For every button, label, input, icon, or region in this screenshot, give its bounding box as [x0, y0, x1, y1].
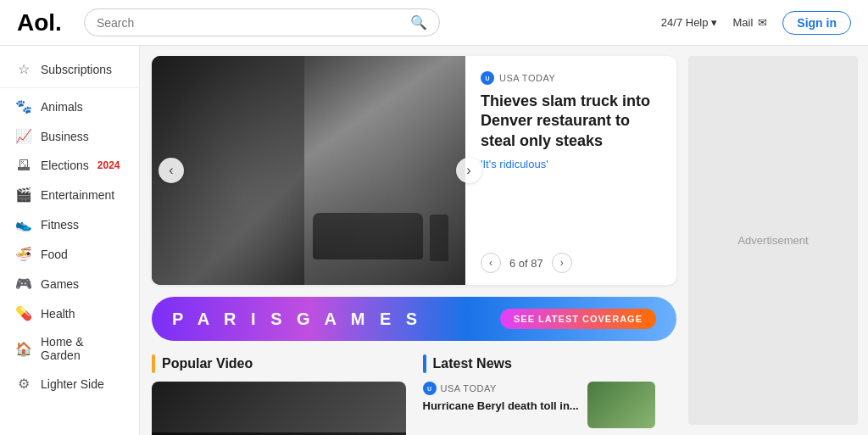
sidebar-item-label: Games [41, 277, 79, 291]
help-label: 24/7 Help [661, 16, 709, 29]
entertainment-icon: 🎬 [15, 187, 32, 203]
health-icon: 💊 [15, 305, 32, 321]
paris-banner-text: P A R I S G A M E S [172, 310, 422, 329]
latest-source-name: USA TODAY [441, 383, 497, 393]
star-icon: ☆ [15, 61, 32, 77]
home-icon: 🏠 [15, 341, 32, 357]
pagination-prev-button[interactable]: ‹ [481, 253, 501, 273]
carousel-images: ‹ [152, 56, 465, 285]
sidebar-item-label: Animals [41, 100, 83, 114]
sidebar-item-label: Subscriptions [41, 63, 112, 76]
sidebar-item-business[interactable]: 📈 Business [0, 121, 139, 151]
mail-label: Mail [732, 16, 753, 29]
carousel-pagination: ‹ 6 of 87 › [481, 244, 661, 273]
latest-news-item[interactable]: U USA TODAY Hurricane Beryl death toll i… [423, 382, 677, 428]
surveillance-image-right [304, 56, 465, 285]
carousel-headline: Thieves slam truck into Denver restauran… [481, 92, 661, 151]
header-right: 24/7 Help ▾ Mail ✉ Sign in [661, 11, 851, 35]
games-icon: 🎮 [15, 276, 32, 292]
carousel-prev-button[interactable]: ‹ [159, 158, 184, 183]
bottom-sections: Popular Video 'Lighting it up': Watch Sn… [152, 354, 676, 435]
news-thumbnail [587, 382, 655, 428]
carousel-quote: 'It's ridiculous' [481, 158, 661, 170]
elections-badge: 2024 [97, 159, 120, 171]
sidebar-item-label: Fitness [41, 218, 79, 231]
animals-icon: 🐾 [15, 98, 32, 114]
news-text: U USA TODAY Hurricane Beryl death toll i… [423, 382, 579, 414]
chevron-down-icon: ▾ [711, 16, 717, 29]
aol-logo: Aol. [17, 9, 62, 36]
sidebar-item-subscriptions[interactable]: ☆ Subscriptions [0, 54, 139, 84]
latest-news-title: Latest News [433, 356, 512, 371]
pagination-next-button[interactable]: › [552, 253, 572, 273]
sidebar-item-entertainment[interactable]: 🎬 Entertainment [0, 180, 139, 209]
advertisement-panel: Advertisement [688, 56, 858, 425]
sidebar-item-label: Food [41, 248, 68, 261]
help-button[interactable]: 24/7 Help ▾ [661, 16, 718, 29]
car-silhouette [313, 213, 423, 259]
sidebar-item-label: Lighter Side [41, 377, 104, 391]
sidebar-item-label: Business [41, 130, 89, 143]
sidebar-item-animals[interactable]: 🐾 Animals [0, 92, 139, 121]
business-icon: 📈 [15, 128, 32, 144]
sidebar-item-food[interactable]: 🍜 Food [0, 239, 139, 269]
latest-news-header: Latest News [423, 354, 677, 373]
sidebar-item-health[interactable]: 💊 Health [0, 298, 139, 328]
sidebar-item-home-garden[interactable]: 🏠 Home & Garden [0, 328, 139, 369]
paris-games-banner[interactable]: P A R I S G A M E S SEE LATEST COVERAGE [152, 297, 676, 341]
sidebar: ☆ Subscriptions 🐾 Animals 📈 Business 🗳 E… [0, 46, 140, 435]
paris-cta-button[interactable]: SEE LATEST COVERAGE [500, 309, 656, 329]
search-input[interactable] [97, 16, 410, 30]
latest-source-dot: U [423, 382, 437, 395]
sidebar-item-lighter-side[interactable]: ⚙ Lighter Side [0, 369, 139, 399]
sidebar-item-fitness[interactable]: 👟 Fitness [0, 209, 139, 239]
main-content: ‹ › U USA TODAY Thieves slam truck into … [140, 46, 688, 435]
signin-button[interactable]: Sign in [782, 11, 851, 35]
fitness-icon: 👟 [15, 216, 32, 232]
source-badge: U USA TODAY [481, 71, 661, 85]
sidebar-item-elections[interactable]: 🗳 Elections 2024 [0, 151, 139, 180]
layout: ☆ Subscriptions 🐾 Animals 📈 Business 🗳 E… [0, 46, 868, 435]
latest-source: U USA TODAY [423, 382, 579, 395]
advertisement-label: Advertisement [737, 234, 808, 247]
pagination-count: 6 of 87 [509, 257, 543, 270]
section-border-accent [152, 354, 155, 373]
news-carousel: ‹ › U USA TODAY Thieves slam truck into … [152, 56, 676, 285]
video-thumbnail[interactable]: 'Lighting it up': Watch Snoop Dogg carry… [152, 382, 406, 435]
carousel-next-button[interactable]: › [456, 158, 481, 183]
search-icon[interactable]: 🔍 [410, 14, 427, 31]
source-name: USA TODAY [499, 73, 555, 83]
sidebar-item-label: Home & Garden [41, 335, 124, 362]
sidebar-item-label: Health [41, 307, 75, 321]
latest-news-section: Latest News U USA TODAY Hurricane Beryl … [423, 354, 677, 435]
food-icon: 🍜 [15, 246, 32, 262]
lighter-side-icon: ⚙ [15, 376, 32, 392]
mail-button[interactable]: Mail ✉ [732, 16, 767, 29]
sidebar-item-label: Elections [41, 159, 89, 172]
carousel-image-right [304, 56, 465, 285]
person-silhouette [430, 215, 448, 261]
sidebar-item-games[interactable]: 🎮 Games [0, 269, 139, 298]
video-thumb-image [152, 382, 406, 435]
search-bar: 🔍 [84, 8, 440, 36]
section-border-blue [423, 354, 426, 373]
carousel-text-area: U USA TODAY Thieves slam truck into Denv… [465, 56, 676, 285]
elections-icon: 🗳 [15, 158, 32, 173]
popular-video-section: Popular Video 'Lighting it up': Watch Sn… [152, 354, 406, 435]
sidebar-item-label: Entertainment [41, 188, 114, 202]
popular-video-title: Popular Video [162, 356, 253, 371]
source-dot: U [481, 71, 494, 85]
header: Aol. 🔍 24/7 Help ▾ Mail ✉ Sign in [0, 0, 868, 46]
popular-video-header: Popular Video [152, 354, 406, 373]
mail-icon: ✉ [758, 16, 767, 29]
latest-news-headline: Hurricane Beryl death toll in... [423, 399, 579, 414]
